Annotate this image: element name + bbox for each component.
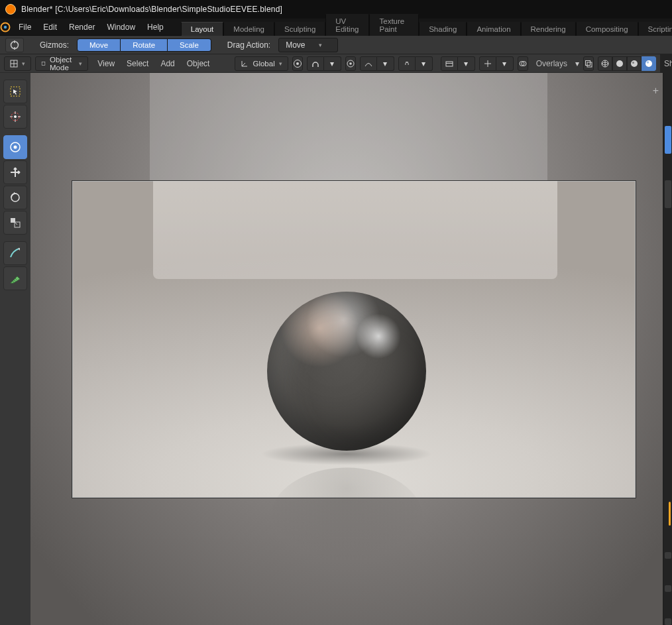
show-gizmos-toggle[interactable] — [479, 56, 496, 71]
svg-point-14 — [349, 62, 352, 65]
svg-point-22 — [616, 60, 623, 67]
properties-tab[interactable] — [665, 180, 671, 208]
gizmo-type-segmented: Move Rotate Scale — [77, 38, 211, 52]
vp-menu-select[interactable]: Select — [121, 56, 154, 71]
svg-point-23 — [631, 60, 638, 67]
move-tool[interactable] — [3, 135, 27, 159]
main-area: + — [0, 73, 672, 625]
menu-render[interactable]: Render — [64, 19, 100, 36]
svg-point-26 — [647, 61, 649, 64]
right-panel-strip — [663, 73, 672, 625]
object-types-visibility[interactable] — [441, 56, 458, 71]
cursor-tool[interactable] — [3, 105, 27, 129]
tab-shading[interactable]: Shading — [419, 22, 467, 36]
menu-edit[interactable]: Edit — [38, 19, 62, 36]
tool-settings-bar: Gizmos: Move Rotate Scale Drag Action: M… — [0, 36, 672, 54]
overlays-chevron[interactable]: ▾ — [575, 59, 579, 68]
sphere-object[interactable] — [267, 292, 426, 451]
select-box-tool[interactable] — [3, 80, 27, 103]
gizmo-move-button[interactable]: Move — [77, 38, 121, 52]
timeline-indicator — [669, 502, 671, 526]
chevron-down-icon: ▾ — [383, 59, 387, 68]
shading-rendered[interactable] — [642, 56, 656, 71]
overlays-toggle[interactable] — [518, 56, 528, 71]
gizmo-scale-button[interactable]: Scale — [168, 38, 211, 52]
chevron-down-icon: ▾ — [79, 60, 82, 67]
proportional-settings: ▾ — [360, 56, 394, 71]
chevron-down-icon: ▾ — [319, 42, 322, 48]
menu-help[interactable]: Help — [142, 19, 169, 36]
overlays-label: Overlays — [532, 59, 571, 68]
tab-layout[interactable]: Layout — [181, 22, 224, 36]
tab-modeling[interactable]: Modeling — [223, 22, 274, 36]
axis-icon — [241, 60, 249, 68]
svg-rect-19 — [586, 60, 590, 65]
vp-menu-view[interactable]: View — [92, 56, 120, 71]
tab-animation[interactable]: Animation — [467, 22, 520, 36]
visibility-chevron[interactable]: ▾ — [458, 56, 475, 71]
svg-rect-15 — [446, 62, 453, 66]
rotate-tool[interactable] — [3, 160, 27, 184]
sphere-reflection — [270, 468, 423, 569]
viewport-menus: View Select Add Object — [92, 56, 215, 71]
link-toggle[interactable] — [398, 56, 416, 71]
menu-window[interactable]: Window — [101, 19, 140, 36]
panel-handle[interactable] — [665, 618, 671, 625]
vp-menu-object[interactable]: Object — [182, 56, 215, 71]
link-chevron[interactable]: ▾ — [416, 56, 433, 71]
gizmo-visibility-group: ▾ — [479, 56, 514, 71]
transform-tool[interactable] — [3, 211, 27, 235]
menu-file[interactable]: File — [13, 19, 36, 36]
gizmo-rotate-button[interactable]: Rotate — [121, 38, 168, 52]
tab-uv-editing[interactable]: UV Editing — [325, 14, 369, 36]
drag-action-value: Move — [286, 40, 305, 50]
menu-bar: File Edit Render Window Help Layout Mode… — [0, 19, 672, 36]
chevron-down-icon: ▾ — [279, 60, 282, 67]
viewport-shading — [598, 56, 656, 71]
show-gizmo-toggle[interactable] — [5, 38, 24, 52]
drag-action-dropdown[interactable]: Move ▾ — [278, 38, 338, 52]
gizmos-label: Gizmos: — [40, 40, 69, 50]
proportional-editing-toggle[interactable] — [345, 56, 356, 71]
shading-material[interactable] — [627, 56, 642, 71]
viewport-header: ▾ Object Mode ▾ View Select Add Object G… — [0, 54, 660, 73]
tab-texture-paint[interactable]: Texture Paint — [369, 14, 419, 36]
pivot-point-dropdown[interactable] — [292, 56, 303, 71]
app-menu-button[interactable] — [0, 19, 11, 35]
transform-orientation-dropdown[interactable]: Global ▾ — [235, 56, 288, 71]
chevron-down-icon: ▾ — [22, 60, 25, 67]
shading-wireframe[interactable] — [598, 56, 612, 71]
chevron-down-icon: ▾ — [421, 59, 425, 68]
snap-toggle[interactable] — [307, 56, 324, 71]
svg-rect-8 — [42, 62, 45, 65]
tab-compositing[interactable]: Compositing — [576, 22, 638, 36]
properties-tab-active[interactable] — [665, 126, 671, 154]
svg-point-29 — [14, 115, 17, 119]
panel-handle[interactable] — [665, 585, 671, 592]
measure-tool[interactable] — [3, 266, 27, 290]
main-menu: File Edit Render Window Help — [11, 19, 169, 35]
drag-action-label: Drag Action: — [227, 40, 270, 50]
vp-menu-add[interactable]: Add — [155, 56, 180, 71]
xray-toggle[interactable] — [583, 56, 594, 71]
gizmo-visibility-chevron[interactable]: ▾ — [496, 56, 514, 71]
3d-viewport[interactable]: + — [30, 73, 663, 625]
snap-settings-dropdown[interactable]: ▾ — [324, 56, 341, 71]
panel-handle[interactable] — [665, 552, 671, 559]
tab-sculpting[interactable]: Sculpting — [274, 22, 325, 36]
window-title: Blender* [C:\Users\Eric\Downloads\Blende… — [21, 5, 282, 14]
editor-type-dropdown[interactable]: ▾ — [4, 56, 31, 71]
shading-solid[interactable] — [612, 56, 627, 71]
proportional-falloff-dropdown[interactable] — [360, 56, 377, 71]
tab-scripting[interactable]: Scripting — [638, 22, 672, 36]
chevron-down-icon: ▾ — [502, 59, 506, 68]
interaction-mode-dropdown[interactable]: Object Mode ▾ — [35, 56, 88, 71]
tab-rendering[interactable]: Rendering — [521, 22, 576, 36]
chevron-down-icon: ▾ — [330, 59, 334, 68]
proportional-chevron[interactable]: ▾ — [377, 56, 394, 71]
annotate-tool[interactable] — [3, 241, 27, 265]
scale-tool[interactable] — [3, 186, 27, 209]
chevron-down-icon: ▾ — [464, 59, 468, 68]
backdrop-panel — [153, 181, 557, 279]
add-viewport-region-button[interactable]: + — [653, 85, 659, 97]
